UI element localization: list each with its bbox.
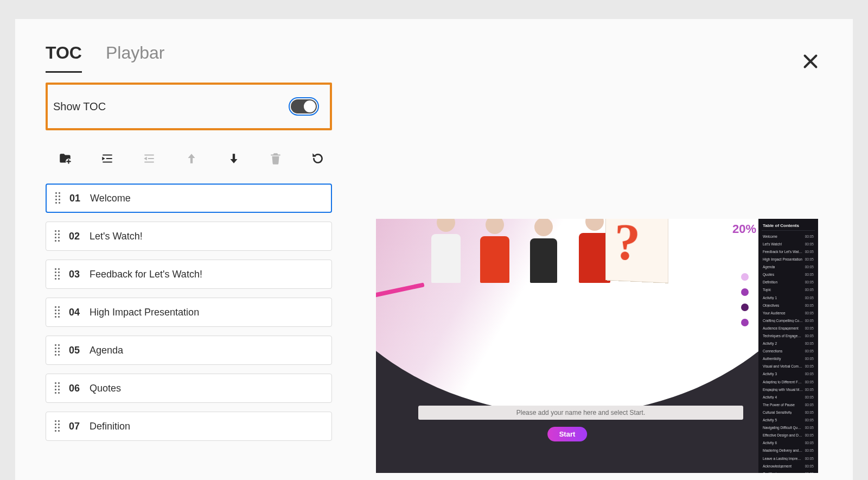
mini-toc-row[interactable]: Feedback for Let's Watch!00:05 (762, 248, 815, 256)
mini-toc-row[interactable]: Navigating Difficult Questions00:05 (762, 424, 815, 432)
toc-item-label: Quotes (90, 383, 121, 394)
mini-toc-title-text: Agenda (763, 266, 775, 269)
mini-toc-row[interactable]: Cultural Sensitivity00:05 (762, 409, 815, 416)
show-toc-toggle[interactable] (291, 99, 317, 113)
mini-toc-row[interactable]: Definition00:05 (762, 279, 815, 287)
toc-item[interactable]: 04High Impact Presentation (46, 298, 332, 327)
toc-item[interactable]: 03Feedback for Let's Watch! (46, 260, 332, 289)
mini-toc-row[interactable]: Audience Engagement00:05 (762, 325, 815, 332)
show-toc-row: Show TOC (46, 83, 332, 130)
mini-toc-duration: 00:05 (805, 243, 814, 247)
mini-toc-row[interactable]: Adapting to Different Formats00:05 (762, 378, 815, 386)
drag-handle-icon[interactable] (55, 230, 59, 242)
mini-toc-title-text: Quotes (763, 273, 774, 277)
mini-toc-duration: 00:05 (805, 312, 814, 315)
mini-toc-row[interactable]: Leave a Lasting Impression00:05 (762, 455, 815, 463)
mini-toc-duration: 00:05 (805, 319, 814, 323)
mini-toc-row[interactable]: Authenticity00:05 (762, 356, 815, 363)
mini-toc-row[interactable]: Let's Watch!00:05 (762, 241, 815, 248)
trash-icon (269, 151, 283, 166)
mini-toc-row[interactable]: High Impact Presentation00:05 (762, 256, 815, 263)
toc-item-label: High Impact Presentation (90, 307, 199, 318)
mini-toc-duration: 00:05 (805, 342, 814, 346)
mini-toc-row[interactable]: Objectives00:05 (762, 302, 815, 310)
mini-toc-title-text: High Impact Presentation (763, 258, 802, 262)
mini-toc-duration: 00:05 (805, 411, 814, 415)
move-up-button[interactable] (184, 150, 199, 167)
mini-toc-duration: 00:05 (805, 235, 814, 239)
toc-toolbar (46, 130, 332, 177)
add-folder-button[interactable] (58, 150, 73, 167)
mini-toc-row[interactable]: Mastering Delivery and Impact00:05 (762, 447, 815, 455)
drag-handle-icon[interactable] (55, 420, 59, 432)
hero-collage: ? (376, 219, 758, 414)
mini-toc-row[interactable]: Engaging with Visual Metaphors00:05 (762, 386, 815, 394)
drag-handle-icon[interactable] (55, 268, 59, 280)
toc-item-number: 06 (69, 383, 80, 394)
mini-toc-row[interactable]: Activity 300:05 (762, 371, 815, 378)
close-icon (801, 52, 820, 71)
mini-toc-row[interactable]: Activity 500:05 (762, 416, 815, 424)
mini-toc-row[interactable]: Welcome00:05 (762, 233, 815, 241)
mini-toc-duration: 00:05 (805, 334, 814, 338)
close-button[interactable] (801, 52, 820, 71)
mini-toc-row[interactable]: Acknowledgement00:05 (762, 463, 815, 470)
mini-toc-duration: 00:05 (805, 357, 814, 361)
mini-toc-title-text: Let's Watch! (763, 243, 782, 247)
mini-toc-title-text: Activity 2 (763, 342, 777, 346)
drag-handle-icon[interactable] (55, 344, 59, 356)
toc-item-number: 03 (69, 269, 80, 280)
toc-item[interactable]: 02Let's Watch! (46, 222, 332, 251)
mini-toc-duration: 00:05 (805, 419, 814, 422)
indent-button[interactable] (100, 150, 115, 167)
toc-item[interactable]: 07Definition (46, 412, 332, 441)
mini-toc-row[interactable]: Crafting Compelling Content00:05 (762, 317, 815, 325)
outdent-icon (142, 151, 156, 166)
delete-button[interactable] (269, 150, 284, 167)
mini-toc-row[interactable]: Agenda00:05 (762, 263, 815, 271)
mini-toc-row[interactable]: Certificate00:05 (762, 470, 815, 473)
toc-item[interactable]: 06Quotes (46, 374, 332, 403)
mini-toc-duration: 00:05 (805, 426, 814, 430)
toc-item[interactable]: 05Agenda (46, 336, 332, 365)
tab-playbar[interactable]: Playbar (106, 43, 165, 73)
toc-item[interactable]: 01Welcome (46, 184, 332, 213)
mini-toc-row[interactable]: The Power of Pause00:05 (762, 401, 815, 409)
drag-handle-icon[interactable] (55, 306, 59, 318)
toc-item-number: 07 (69, 421, 80, 432)
mini-toc-row[interactable]: Your Audience00:05 (762, 310, 815, 317)
mini-toc-title-text: Activity 5 (763, 419, 777, 422)
mini-toc-row[interactable]: Activity 600:05 (762, 440, 815, 447)
name-input[interactable]: Please add your name here and select Sta… (418, 406, 743, 420)
tab-toc[interactable]: TOC (46, 43, 82, 73)
mini-toc-row[interactable]: Techniques of Engagement00:05 (762, 332, 815, 340)
progress-percent: 20% (732, 222, 756, 236)
drag-handle-icon[interactable] (55, 192, 60, 204)
mini-toc-row[interactable]: Activity 200:05 (762, 340, 815, 348)
toc-item-label: Agenda (90, 345, 123, 356)
start-button[interactable]: Start (547, 427, 588, 441)
drag-handle-icon[interactable] (55, 382, 59, 394)
mini-toc-row[interactable]: Effective Design and Delivery00:05 (762, 432, 815, 439)
mini-toc-row[interactable]: Activity 100:05 (762, 294, 815, 302)
mini-toc-title-text: The Power of Pause (763, 403, 795, 407)
toggle-knob (304, 100, 316, 112)
mini-toc-row[interactable]: Quotes00:05 (762, 271, 815, 279)
mini-toc-row[interactable]: Activity 400:05 (762, 394, 815, 401)
mini-toc-title-text: Objectives (763, 304, 779, 308)
mini-toc-duration: 00:05 (805, 250, 814, 254)
mini-toc-row[interactable]: Topic00:05 (762, 287, 815, 294)
toc-item-number: 01 (69, 193, 80, 204)
outdent-button[interactable] (142, 150, 157, 167)
mini-toc-duration: 00:05 (805, 258, 814, 262)
mini-toc-row[interactable]: Connections00:05 (762, 348, 815, 355)
reset-button[interactable] (310, 150, 326, 167)
mini-toc-duration: 00:05 (805, 372, 814, 376)
toc-item-number: 04 (69, 307, 80, 318)
mini-toc-duration: 00:05 (805, 434, 814, 438)
decorative-dots (741, 273, 749, 326)
move-down-button[interactable] (226, 150, 241, 167)
mini-toc-duration: 00:05 (805, 449, 814, 453)
mini-toc-duration: 00:05 (805, 266, 814, 269)
mini-toc-row[interactable]: Visual and Verbal Communication00:05 (762, 363, 815, 371)
